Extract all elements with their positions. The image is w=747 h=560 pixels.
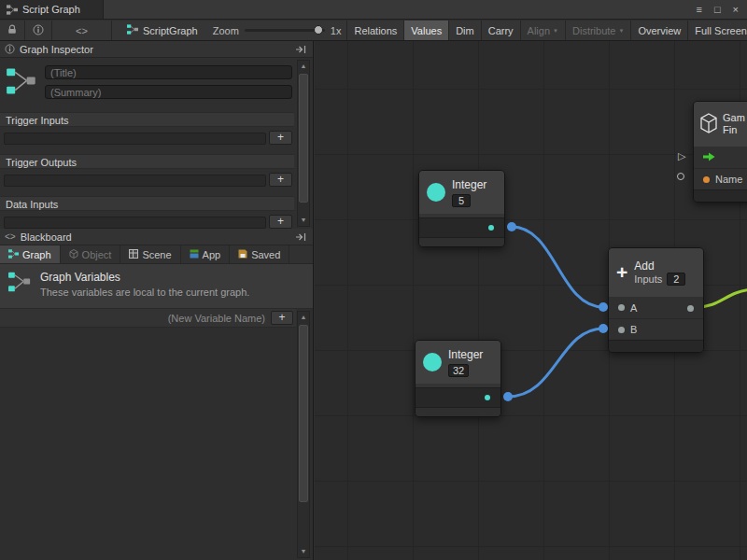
scroll-down-icon[interactable]: ▼ — [298, 546, 309, 557]
graph-icon — [2, 63, 41, 99]
window-tab[interactable]: Script Graph — [0, 0, 104, 19]
integer-node-header: Integer 32 — [416, 341, 500, 384]
tab-saved[interactable]: Saved — [230, 245, 289, 263]
node-title-line2: Fin — [723, 124, 737, 135]
tab-graph[interactable]: Graph — [0, 245, 61, 263]
integer-value-field[interactable]: 32 — [448, 364, 469, 377]
scroll-track — [298, 72, 309, 215]
carry-button[interactable]: Carry — [481, 21, 520, 40]
add-variable-button[interactable]: + — [271, 311, 293, 325]
name-input-port[interactable] — [703, 176, 710, 183]
zoom-label: Zoom — [213, 25, 239, 36]
dock-panel-button[interactable] — [293, 45, 308, 54]
integer-value-field[interactable]: 5 — [452, 194, 471, 207]
node-footer — [609, 340, 703, 352]
find-node-header: Gam Fin — [694, 102, 747, 147]
add-node-header: + Add Inputs 2 — [609, 248, 703, 297]
graph-name: ScriptGraph — [112, 24, 207, 36]
input-port-a[interactable] — [618, 304, 625, 311]
input-port-b[interactable] — [618, 327, 625, 333]
window-tab-title: Script Graph — [22, 4, 80, 15]
dropdown-caret-icon: ▼ — [553, 28, 558, 34]
scroll-thumb[interactable] — [299, 74, 308, 203]
data-inputs-list — [4, 217, 266, 229]
toolbar-buttons: Relations Values Dim Carry Align▼ Distri… — [346, 21, 747, 40]
inspect-button[interactable] — [25, 21, 52, 40]
window-close-icon[interactable]: × — [733, 4, 739, 15]
integer-node-1[interactable]: Integer 5 — [418, 170, 505, 247]
blackboard-scrollbar[interactable]: ▲ ▼ — [297, 311, 310, 558]
port-a-label: A — [630, 302, 637, 314]
object-tab-icon — [69, 249, 78, 260]
scroll-up-icon[interactable]: ▲ — [298, 61, 309, 72]
overview-button[interactable]: Overview — [630, 21, 687, 40]
find-node[interactable]: Gam Fin Name — [693, 101, 747, 203]
zoom-slider-thumb[interactable] — [314, 25, 323, 35]
inspector-scrollbar[interactable]: ▲ ▼ — [297, 60, 310, 227]
add-data-input-button[interactable]: + — [269, 215, 292, 229]
trigger-inputs-list — [4, 133, 266, 145]
add-trigger-output-button[interactable]: + — [269, 173, 292, 187]
graph-title-block — [0, 58, 294, 103]
graph-canvas[interactable]: Integer 5 Integer 32 — [315, 41, 747, 560]
code-view-button[interactable]: <> — [52, 21, 112, 40]
lock-button[interactable] — [0, 21, 25, 40]
fullscreen-button[interactable]: Full Screen — [687, 21, 747, 40]
trigger-outputs-label: Trigger Outputs — [0, 154, 294, 169]
zoom-value: 1x — [331, 25, 342, 36]
values-button[interactable]: Values — [403, 21, 448, 40]
output-port[interactable] — [485, 395, 490, 400]
relations-button[interactable]: Relations — [346, 21, 403, 40]
window-menu-icon[interactable]: ≡ — [696, 4, 701, 15]
zoom-control: Zoom 1x — [207, 25, 347, 36]
graph-name-label: ScriptGraph — [143, 25, 198, 36]
distribute-button[interactable]: Distribute▼ — [565, 21, 630, 40]
tab-scene[interactable]: Scene — [120, 245, 180, 263]
blackboard-title: Blackboard — [21, 231, 72, 243]
graph-inspector-body: Trigger Inputs + Trigger Outputs + Data … — [0, 58, 313, 229]
scroll-down-icon[interactable]: ▼ — [298, 215, 309, 226]
graph-tab-icon — [8, 249, 19, 260]
graph-title-input[interactable] — [45, 65, 292, 79]
flow-arrow-icon[interactable] — [703, 152, 715, 163]
add-node[interactable]: + Add Inputs 2 A B — [608, 247, 704, 353]
integer-type-icon — [423, 353, 442, 371]
app-tab-icon — [190, 249, 199, 260]
dock-panel-button[interactable] — [293, 232, 308, 242]
new-variable-row: + — [0, 309, 296, 328]
graph-inspector-title: Graph Inspector — [20, 44, 93, 55]
inputs-count-field[interactable]: 2 — [667, 273, 685, 286]
graph-variables-description: These variables are local to the current… — [40, 287, 249, 298]
info-icon — [33, 24, 44, 37]
output-port-row — [416, 387, 500, 408]
name-port-row: Name — [694, 168, 747, 189]
scroll-thumb[interactable] — [299, 325, 308, 502]
zoom-slider[interactable] — [245, 29, 325, 32]
graph-summary-input[interactable] — [45, 85, 292, 99]
dropdown-caret-icon: ▼ — [618, 28, 624, 34]
integer-node-header: Integer 5 — [419, 171, 504, 214]
trigger-inputs-label: Trigger Inputs — [0, 112, 294, 127]
blackboard-tabs: Graph Object Scene App — [0, 245, 313, 264]
align-button[interactable]: Align▼ — [520, 21, 565, 40]
trigger-outputs-list — [4, 175, 266, 187]
title-bar: Script Graph ≡ □ × — [0, 0, 747, 20]
node-footer — [416, 408, 500, 416]
add-trigger-input-button[interactable]: + — [269, 131, 292, 145]
value-input-port[interactable] — [677, 173, 684, 180]
graph-inspector-header: Graph Inspector — [0, 41, 313, 58]
graph-variables-title: Graph Variables — [40, 271, 249, 284]
integer-node-2[interactable]: Integer 32 — [415, 340, 501, 417]
dim-button[interactable]: Dim — [448, 21, 481, 40]
tab-app[interactable]: App — [181, 245, 231, 263]
flow-input-port[interactable]: ▷ — [678, 150, 685, 162]
new-variable-input[interactable] — [4, 311, 271, 326]
port-row-b: B — [609, 318, 703, 340]
output-port[interactable] — [488, 225, 494, 231]
trigger-inputs-section: Trigger Inputs + — [0, 112, 294, 145]
tab-object[interactable]: Object — [61, 245, 121, 263]
node-title: Integer — [452, 178, 486, 191]
window-maximize-icon[interactable]: □ — [714, 4, 721, 15]
sum-output-port[interactable] — [687, 305, 694, 312]
scroll-up-icon[interactable]: ▲ — [298, 312, 309, 323]
